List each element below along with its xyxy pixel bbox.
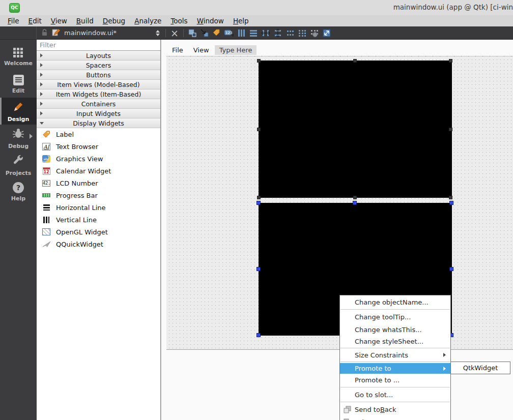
widget-item-calendar[interactable]: 12 Calendar Widget <box>37 165 160 177</box>
selection-handle-active[interactable] <box>353 201 357 205</box>
menu-file[interactable]: File <box>3 16 24 25</box>
selection-handle[interactable] <box>449 59 452 63</box>
menu-separator <box>340 387 450 387</box>
menu-bring-to-front[interactable]: Bring to Front <box>340 416 450 420</box>
menu-window[interactable]: Window <box>192 16 229 25</box>
selection-handle[interactable] <box>449 196 452 199</box>
edit-buddies-icon[interactable] <box>211 28 222 38</box>
toolbar-separator <box>165 29 166 37</box>
horizontal-line-icon <box>42 203 51 212</box>
menu-debug[interactable]: Debug <box>98 16 130 25</box>
menu-tools[interactable]: Tools <box>166 16 192 25</box>
form-menubar: File View Type Here <box>166 44 513 56</box>
layout-grid-icon[interactable] <box>284 28 296 38</box>
category-item-widgets[interactable]: Item Widgets (Item-Based) <box>37 89 160 99</box>
sidebar-item-welcome[interactable]: Welcome <box>0 44 37 71</box>
menu-help[interactable]: Help <box>229 16 253 25</box>
layout-vertical-icon[interactable] <box>248 28 259 38</box>
qquick-icon <box>42 239 51 249</box>
menu-build[interactable]: Build <box>72 16 98 25</box>
selection-handle[interactable] <box>449 128 452 131</box>
debug-flyout-arrow-icon[interactable] <box>30 134 33 139</box>
selection-handle[interactable] <box>257 196 261 199</box>
selection-handle[interactable] <box>353 59 357 63</box>
category-item-views[interactable]: Item Views (Model-Based) <box>37 80 160 89</box>
category-buttons[interactable]: Buttons <box>37 70 160 80</box>
form-menu-view[interactable]: View <box>189 45 214 55</box>
layout-form-icon[interactable] <box>297 28 308 38</box>
sidebar-item-edit[interactable]: Edit <box>0 71 37 98</box>
category-containers[interactable]: Containers <box>37 99 160 109</box>
category-spacers[interactable]: Spacers <box>37 61 160 70</box>
menu-analyze[interactable]: Analyze <box>130 16 166 25</box>
sidebar-item-projects[interactable]: Projects <box>0 152 37 178</box>
toolbar-spacer <box>0 26 37 39</box>
close-document-icon[interactable]: × <box>168 29 181 37</box>
menu-separator <box>340 402 450 402</box>
calendar-icon: 12 <box>42 166 51 175</box>
menu-change-objectname[interactable]: Change objectName... <box>340 296 450 308</box>
menu-promote-to[interactable]: Promote to <box>340 363 450 374</box>
menu-view[interactable]: View <box>46 16 72 25</box>
selection-handle-active[interactable] <box>256 267 261 271</box>
selection-handle-active[interactable] <box>449 201 453 205</box>
collapsed-arrow-icon <box>40 63 43 67</box>
selection-handle[interactable] <box>257 59 261 63</box>
edit-signals-slots-icon[interactable] <box>199 28 210 38</box>
main-menubar: File Edit View Build Debug Analyze Tools… <box>0 15 513 26</box>
sidebar-item-design[interactable]: Design <box>0 98 37 125</box>
category-display-widgets[interactable]: Display Widgets <box>37 118 160 128</box>
black-widget-top[interactable] <box>259 61 452 198</box>
lcd-number-icon: 42. <box>42 178 51 188</box>
selection-handle-active[interactable] <box>449 267 453 271</box>
widget-item-lcd-number[interactable]: 42. LCD Number <box>37 177 160 189</box>
menu-size-constraints[interactable]: Size Constraints <box>340 349 450 361</box>
category-input-widgets[interactable]: Input Widgets <box>37 109 160 118</box>
edit-tab-order-icon[interactable]: 123 <box>223 28 235 38</box>
opengl-icon <box>42 227 51 236</box>
widget-filter <box>37 40 160 51</box>
widget-item-graphics-view[interactable]: abc Graphics View <box>37 153 160 165</box>
menu-promote-to-dialog[interactable]: Promote to ... <box>340 374 450 386</box>
edit-document-icon <box>52 28 60 38</box>
widget-item-qquickwidget[interactable]: QQuickWidget <box>37 238 160 250</box>
widget-context-menu: Change objectName... Change toolTip... C… <box>339 295 451 420</box>
qt-creator-app-icon: QC <box>9 3 20 13</box>
widget-item-text-browser[interactable]: AI Text Browser <box>37 140 160 153</box>
collapsed-arrow-icon <box>40 73 43 77</box>
designer-toolbar: mainwindow.ui* × 123 <box>0 26 513 40</box>
selection-handle[interactable] <box>257 128 261 131</box>
widget-item-progress-bar[interactable]: Progress Bar <box>37 189 160 201</box>
form-menu-file[interactable]: File <box>167 45 188 55</box>
widget-item-label[interactable]: Label <box>37 128 160 140</box>
selection-handle-active[interactable] <box>256 201 261 205</box>
layout-horizontal-icon[interactable] <box>236 28 247 38</box>
selection-handle-active[interactable] <box>256 333 261 337</box>
widget-item-vertical-line[interactable]: Vertical Line <box>37 214 160 226</box>
document-spinner[interactable] <box>156 30 160 36</box>
sidebar-item-help[interactable]: ? Help <box>0 178 37 205</box>
menu-change-whatsthis[interactable]: Change whatsThis... <box>340 323 450 336</box>
splitter-horizontal-icon[interactable] <box>260 28 271 38</box>
selection-handle[interactable] <box>353 196 357 199</box>
welcome-grid-icon <box>13 48 23 58</box>
form-menu-type-here[interactable]: Type Here <box>215 45 257 55</box>
document-selector[interactable]: mainwindow.ui* <box>37 28 163 38</box>
menu-change-tooltip[interactable]: Change toolTip... <box>340 311 450 323</box>
category-layouts[interactable]: Layouts <box>37 51 160 61</box>
splitter-vertical-icon[interactable] <box>272 28 283 38</box>
sidebar-item-debug[interactable]: Debug <box>0 125 37 152</box>
break-layout-icon[interactable] <box>309 28 320 38</box>
adjust-size-icon[interactable] <box>321 28 332 38</box>
widget-filter-input[interactable] <box>37 40 160 50</box>
menu-go-to-slot[interactable]: Go to slot... <box>340 388 450 401</box>
widget-item-horizontal-line[interactable]: Horizontal Line <box>37 201 160 214</box>
menu-send-to-back[interactable]: Send to Back <box>340 403 450 416</box>
edit-widgets-icon[interactable] <box>187 28 198 38</box>
menu-change-stylesheet[interactable]: Change styleSheet... <box>340 336 450 347</box>
widget-item-opengl[interactable]: OpenGL Widget <box>37 226 160 238</box>
submenu-item-qtkwidget[interactable]: QtkWidget <box>463 364 498 372</box>
label-tag-icon <box>42 130 51 139</box>
menu-edit[interactable]: Edit <box>24 16 46 25</box>
splitter-gap[interactable] <box>161 40 166 420</box>
